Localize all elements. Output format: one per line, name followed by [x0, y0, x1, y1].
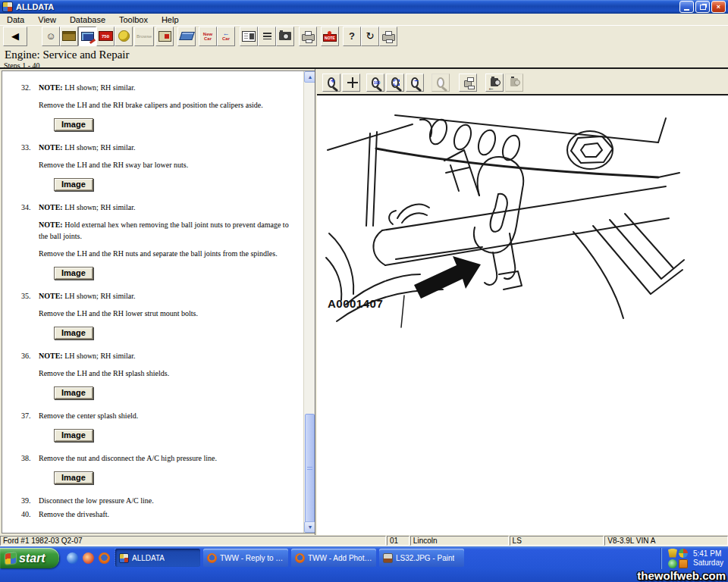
image-button-row: Image	[39, 421, 290, 442]
clock-time: 5:41 PM	[693, 549, 723, 559]
zoom-in-button[interactable]: +	[322, 74, 340, 92]
panel-divider	[315, 69, 315, 535]
car-back-label: Car	[222, 36, 230, 41]
tsb-icon: 750	[99, 31, 113, 41]
agent-icon[interactable]	[679, 559, 688, 568]
vehicle-select-icon	[62, 31, 76, 41]
back-button[interactable]: ◀	[3, 27, 27, 46]
tools-button[interactable]	[177, 27, 196, 46]
task-label: TWW - Reply to Topic...	[220, 554, 284, 562]
new-car-button[interactable]: New Car	[199, 27, 217, 46]
procedure-step: 40.Remove the driveshaft.	[2, 508, 290, 520]
menu-item-view[interactable]: View	[31, 15, 63, 24]
status-cell: 01	[387, 536, 410, 546]
step-note: NOTE: LH shown; RH similar.	[39, 143, 136, 152]
vertical-scrollbar[interactable]: ▲ ▼	[303, 71, 315, 533]
image-view-button[interactable]	[276, 27, 294, 46]
assistant-button[interactable]: ☺	[42, 27, 60, 46]
document-header: Engine: Service and Repair Steps 1 - 40	[0, 47, 728, 67]
text-view-button[interactable]	[258, 27, 276, 46]
shield-icon[interactable]	[668, 549, 677, 558]
step-instruction: Remove the LH and the RH brake calipers …	[39, 99, 290, 111]
menu-item-database[interactable]: Database	[63, 15, 112, 24]
status-cell: V8-3.9L VIN A	[604, 536, 728, 546]
image-button[interactable]: Image	[54, 327, 93, 340]
step-instruction: Remove the LH and the RH nuts and separa…	[39, 248, 290, 259]
procedure-step: 34.NOTE: LH shown; RH similar.NOTE: Hold…	[2, 202, 290, 280]
article-view-button[interactable]	[240, 27, 258, 46]
minimize-button[interactable]	[679, 1, 694, 13]
left-arrow-icon: ←	[488, 85, 494, 91]
prev-image-button[interactable]: ←	[485, 74, 504, 92]
viewer-toolbar: +100–←	[317, 70, 728, 95]
task-button-tww-reply-to-topic[interactable]: TWW - Reply to Topic...	[203, 549, 288, 567]
task-label: ALLDATA	[132, 554, 165, 562]
task-button-tww-add-photos[interactable]: TWW - Add Photos - ...	[291, 549, 376, 567]
taskbar: start ALLDATATWW - Reply to Topic...TWW …	[0, 546, 728, 582]
close-button[interactable]: ×	[711, 1, 726, 13]
pointer-arrow-icon	[414, 256, 481, 299]
repair-info-icon	[81, 32, 94, 41]
image-button-row: Image	[39, 464, 290, 484]
menu-item-toolbox[interactable]: Toolbox	[112, 15, 155, 24]
print-preview-button[interactable]	[379, 27, 397, 46]
pan-button[interactable]	[342, 74, 360, 92]
print-image-button[interactable]	[459, 74, 477, 92]
update-icon[interactable]	[668, 559, 677, 568]
note-label: NOTE:	[39, 221, 63, 229]
assistant-icon: ☺	[46, 31, 55, 41]
image-button[interactable]: Image	[54, 118, 93, 131]
start-label: start	[19, 552, 46, 565]
task-button-alldata[interactable]: ALLDATA	[115, 549, 200, 567]
step-number: 34.	[21, 202, 31, 213]
help-button[interactable]: ?	[343, 27, 361, 46]
repair-info-button[interactable]	[78, 27, 96, 46]
restore-button[interactable]	[695, 1, 710, 13]
note-button[interactable]: NOTE	[321, 27, 339, 46]
image-button[interactable]: Image	[54, 178, 93, 191]
scroll-up-arrow-icon[interactable]: ▲	[304, 71, 315, 83]
media-icon[interactable]	[83, 552, 94, 564]
print-button[interactable]	[299, 27, 317, 46]
procedure-step: 38.Remove the nut and disconnect the A/C…	[2, 452, 290, 484]
magnifier-icon	[437, 77, 444, 88]
firefox-icon[interactable]	[99, 552, 110, 564]
zoom-marquee-button[interactable]	[386, 74, 404, 92]
zoom-100-button[interactable]: 100	[366, 74, 384, 92]
browse-button[interactable]: Browse	[134, 27, 154, 46]
firefox-icon	[207, 553, 217, 563]
image-viewer-panel: +100–←	[316, 69, 728, 535]
menu-item-data[interactable]: Data	[0, 15, 31, 24]
image-button[interactable]: Image	[54, 267, 93, 280]
system-tray: 5:41 PM Saturday	[661, 548, 728, 569]
note-label: NOTE:	[39, 83, 63, 92]
magnifier-icon: +	[328, 77, 335, 88]
task-button-ls32-jpg-paint[interactable]: LS32.JPG - Paint	[379, 549, 464, 567]
refresh-button[interactable]: ↻	[361, 27, 379, 46]
image-button-row: Image	[39, 111, 290, 131]
menu-item-help[interactable]: Help	[155, 15, 186, 24]
messenger-icon[interactable]	[679, 549, 688, 558]
task-buttons: ALLDATATWW - Reply to Topic...TWW - Add …	[115, 549, 464, 567]
zoom-window-button	[431, 74, 450, 92]
clock: 5:41 PM Saturday	[693, 549, 723, 568]
magnifier-icon: 100	[372, 77, 379, 88]
procedure-step: 37.Remove the center splash shield.Image	[2, 410, 290, 442]
window-title: ALLDATA	[16, 2, 679, 11]
scrollbar-thumb[interactable]	[305, 414, 315, 524]
camera-icon	[279, 32, 291, 40]
image-button[interactable]: Image	[54, 386, 93, 399]
zoom-out-button[interactable]: –	[406, 74, 424, 92]
image-button[interactable]: Image	[54, 471, 93, 484]
image-button[interactable]: Image	[54, 429, 93, 442]
status-cell: LS	[510, 536, 604, 546]
image-button-row: Image	[39, 259, 290, 280]
tsb-button[interactable]: 750	[96, 27, 115, 46]
vehicle-select-button[interactable]	[60, 27, 78, 46]
scroll-down-arrow-icon[interactable]: ▼	[304, 521, 315, 533]
start-button[interactable]: start	[0, 548, 59, 568]
car-back-button[interactable]: ←Car	[217, 27, 235, 46]
maintenance-button[interactable]	[115, 27, 133, 46]
parts-labor-button[interactable]	[155, 27, 174, 46]
browser-icon[interactable]	[67, 552, 78, 564]
